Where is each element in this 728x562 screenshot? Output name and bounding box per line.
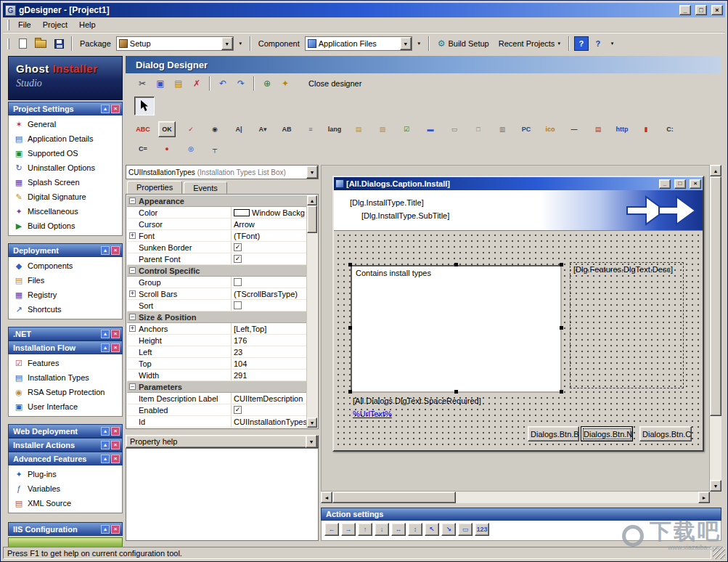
- palette-edit-component[interactable]: A|: [230, 121, 248, 137]
- section-collapse-icon[interactable]: ▴: [101, 427, 110, 436]
- save-project-button[interactable]: [51, 36, 67, 52]
- section-header-iis-configuration[interactable]: IIS Configuration ▴ ×: [8, 522, 123, 536]
- section-header-deployment[interactable]: Deployment ▴ ×: [8, 243, 123, 257]
- section-collapse-icon[interactable]: ▴: [101, 105, 110, 113]
- palette-language-component[interactable]: lang: [326, 121, 343, 137]
- cut-icon[interactable]: ✂: [134, 76, 150, 91]
- section-close-icon[interactable]: ×: [111, 343, 120, 352]
- description-frame[interactable]: [Dlg.Features.DlgText.Desc]: [570, 262, 684, 388]
- component-selector[interactable]: CUIInstallationTypes (Installation Types…: [126, 165, 319, 179]
- section-header-installer-actions[interactable]: Installer Actions ▴ ×: [8, 438, 123, 452]
- property-row-id[interactable]: IdCUIInstallationTypes: [127, 416, 306, 428]
- palette-progressbar-component[interactable]: ▬: [422, 121, 439, 137]
- palette-separator-component[interactable]: —: [565, 121, 583, 137]
- section-header-dotnet[interactable]: .NET ▴ ×: [8, 327, 123, 341]
- palette-button-component[interactable]: OK: [158, 121, 176, 137]
- preview-dialog-body[interactable]: Contains install types [Dlg.Features.Dlg…: [334, 231, 703, 449]
- close-designer-button[interactable]: Close designer: [303, 77, 367, 90]
- palette-folder-browse-component[interactable]: ▧: [374, 121, 391, 137]
- new-project-button[interactable]: [15, 36, 30, 52]
- install-types-listbox[interactable]: Contains install types: [351, 265, 562, 393]
- property-row-font[interactable]: +Font(TFont): [127, 230, 306, 242]
- palette-rectangle-component[interactable]: ▮: [637, 121, 655, 137]
- component-dropdown-icon[interactable]: ▼: [400, 37, 412, 50]
- section-close-icon[interactable]: ×: [111, 455, 120, 463]
- sidebar-item-installation-types[interactable]: ▤Installation Types: [9, 370, 122, 385]
- url-text-label[interactable]: %UrlText%: [353, 410, 392, 418]
- maximize-icon[interactable]: □: [695, 5, 707, 15]
- preview-maximize-icon[interactable]: □: [674, 179, 686, 189]
- section-close-icon[interactable]: ×: [111, 441, 120, 449]
- sidebar-item-features[interactable]: ☑Features: [9, 356, 122, 370]
- align-left-icon[interactable]: ←: [324, 523, 339, 536]
- section-close-icon[interactable]: ×: [111, 246, 120, 255]
- menu-file[interactable]: File: [12, 18, 37, 31]
- property-help-bar[interactable]: Property help ▼: [126, 435, 319, 448]
- open-project-button[interactable]: [33, 36, 49, 52]
- next-button[interactable]: Dialogs.Btn.Ne: [581, 426, 633, 441]
- toolbar-grip[interactable]: [7, 38, 9, 49]
- palette-combobox-component[interactable]: A▾: [254, 121, 271, 137]
- back-button[interactable]: Dialogs.Btn.Ba: [528, 426, 579, 441]
- tab-order-icon[interactable]: 123: [475, 523, 489, 536]
- paste-icon[interactable]: ▤: [171, 76, 187, 91]
- align-bottom-icon[interactable]: ↓: [375, 523, 389, 536]
- add-dialog-icon[interactable]: ⊕: [259, 76, 275, 91]
- component-select[interactable]: Application Files ▼: [305, 36, 412, 51]
- section-close-icon[interactable]: ×: [111, 330, 120, 338]
- sidebar-item-general[interactable]: ✶General: [9, 117, 122, 131]
- property-row-width[interactable]: Width291: [127, 370, 306, 381]
- palette-web-component[interactable]: ◎: [182, 141, 200, 157]
- section-collapse-icon[interactable]: ▴: [101, 330, 110, 338]
- sidebar-item-uninstaller-options[interactable]: ↻Uninstaller Options: [9, 160, 122, 175]
- section-collapse-icon[interactable]: ▴: [101, 455, 110, 463]
- bring-to-front-icon[interactable]: ↖: [425, 523, 439, 536]
- center-vertical-icon[interactable]: ↕: [408, 523, 422, 536]
- scroll-right-icon[interactable]: ►: [698, 492, 710, 503]
- palette-groupbox-component[interactable]: ▭: [446, 121, 463, 137]
- scrollbar-thumb[interactable]: [307, 205, 317, 233]
- property-row-parent-font[interactable]: Parent Font✓: [127, 253, 306, 265]
- sidebar-item-miscellaneous[interactable]: ✦Miscellaneous: [9, 204, 122, 219]
- section-collapse-icon[interactable]: ▴: [101, 246, 110, 255]
- selection-handle[interactable]: [560, 390, 563, 394]
- align-right-icon[interactable]: →: [341, 523, 356, 536]
- collapse-icon[interactable]: −: [129, 383, 136, 390]
- expand-icon[interactable]: +: [129, 290, 136, 297]
- scroll-up-icon[interactable]: ▲: [307, 195, 317, 205]
- recent-projects-button[interactable]: Recent Projects ▾: [495, 38, 564, 49]
- property-row-sort[interactable]: Sort: [127, 300, 306, 311]
- section-close-icon[interactable]: ×: [111, 525, 120, 534]
- palette-radiobutton-component[interactable]: ◉: [206, 121, 224, 137]
- pointer-tool-button[interactable]: [134, 97, 155, 115]
- scroll-up-icon[interactable]: ▲: [710, 165, 721, 176]
- build-setup-button[interactable]: ⚙ Build Setup: [434, 37, 493, 50]
- sidebar-item-variables[interactable]: ƒVariables: [9, 481, 122, 496]
- minimize-icon[interactable]: _: [679, 5, 691, 15]
- property-row-item-description-label[interactable]: Item Description LabelCUIItemDescription: [127, 393, 306, 404]
- expand-icon[interactable]: +: [129, 325, 136, 332]
- palette-listview-component[interactable]: AB: [278, 121, 295, 137]
- section-header-project-settings[interactable]: Project Settings ▴ ×: [8, 102, 123, 115]
- sidebar-item-shortcuts[interactable]: ↗Shortcuts: [9, 302, 122, 317]
- sidebar-item-rsa-setup-protection[interactable]: ◉RSA Setup Protection: [9, 385, 122, 399]
- delete-icon[interactable]: ✗: [189, 76, 205, 91]
- property-grid-scrollbar[interactable]: ▲ ▼: [306, 195, 317, 428]
- sidebar-item-user-interface[interactable]: ▣User Interface: [9, 399, 122, 414]
- collapse-icon[interactable]: −: [129, 197, 136, 204]
- selection-handle[interactable]: [560, 263, 563, 266]
- component-selector-dropdown-icon[interactable]: ▼: [306, 166, 318, 179]
- selection-handle[interactable]: [348, 263, 352, 266]
- center-horizontal-icon[interactable]: ↔: [391, 523, 406, 536]
- checkbox-unchecked[interactable]: [234, 278, 242, 286]
- selection-handle[interactable]: [454, 263, 458, 266]
- checkbox-unchecked[interactable]: [234, 301, 242, 309]
- scroll-down-icon[interactable]: ▼: [710, 480, 721, 492]
- package-options-icon[interactable]: ▾: [236, 36, 245, 51]
- property-row-enabled[interactable]: Enabled✓: [127, 404, 306, 416]
- sidebar-item-application-details[interactable]: ▤Application Details: [9, 131, 122, 146]
- wand-icon[interactable]: ✦: [277, 76, 293, 91]
- preview-dialog-window[interactable]: [All.Dialogs.Caption.Install] _ □ × [Dlg…: [332, 176, 704, 452]
- palette-panel-component[interactable]: □: [470, 121, 487, 137]
- scrollbar-thumb[interactable]: [710, 176, 721, 416]
